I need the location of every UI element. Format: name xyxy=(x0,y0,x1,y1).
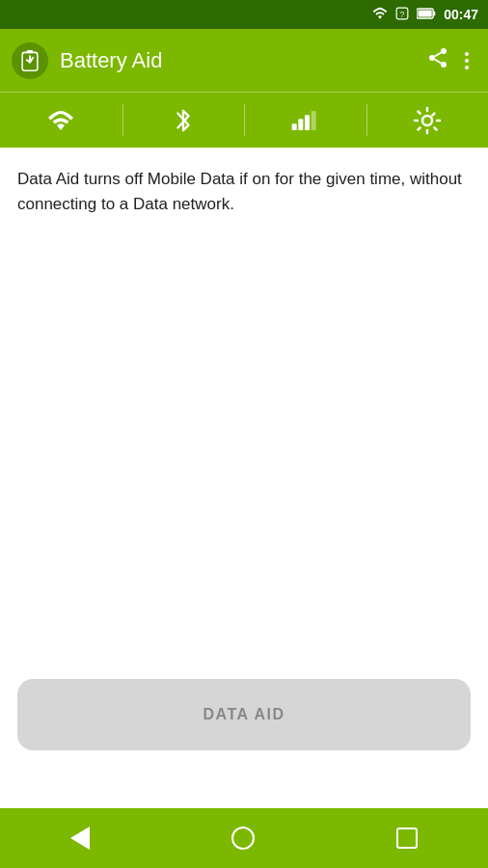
app-header: Battery Aid xyxy=(0,29,488,92)
tab-signal[interactable] xyxy=(244,93,366,148)
sim-status-icon: ? xyxy=(395,7,409,23)
share-button[interactable] xyxy=(419,39,457,83)
svg-point-17 xyxy=(422,116,432,125)
bottom-nav xyxy=(0,808,488,868)
svg-line-11 xyxy=(435,59,442,63)
main-content: Data Aid turns off Mobile Data if on for… xyxy=(0,148,488,808)
home-icon xyxy=(231,827,255,850)
battery-status-icon xyxy=(417,7,436,23)
svg-rect-14 xyxy=(299,119,304,130)
wifi-status-icon xyxy=(372,7,388,23)
status-time: 00:47 xyxy=(444,7,478,22)
menu-dot xyxy=(465,52,469,56)
tab-bluetooth[interactable] xyxy=(122,93,245,148)
overflow-menu-button[interactable] xyxy=(457,44,476,77)
svg-rect-15 xyxy=(305,115,310,130)
tab-wifi[interactable] xyxy=(0,93,122,148)
app-title: Battery Aid xyxy=(60,48,419,73)
data-aid-button[interactable]: DATA AID xyxy=(17,679,471,750)
recents-icon xyxy=(396,827,418,849)
svg-text:?: ? xyxy=(400,10,405,18)
description-text: Data Aid turns off Mobile Data if on for… xyxy=(17,167,471,216)
menu-dot xyxy=(465,66,469,69)
status-bar: ? 00:47 xyxy=(0,0,488,29)
back-icon xyxy=(70,827,90,850)
svg-point-8 xyxy=(441,48,447,54)
menu-dot xyxy=(465,59,469,63)
svg-point-10 xyxy=(441,62,447,68)
svg-rect-6 xyxy=(27,50,33,53)
recents-button[interactable] xyxy=(377,820,437,856)
back-button[interactable] xyxy=(51,819,109,857)
svg-rect-3 xyxy=(433,11,435,14)
data-aid-button-wrapper: DATA AID xyxy=(17,679,471,750)
svg-rect-4 xyxy=(419,10,432,16)
svg-point-9 xyxy=(429,55,435,61)
tab-settings[interactable] xyxy=(366,93,489,148)
home-button[interactable] xyxy=(212,819,274,857)
nav-tabs xyxy=(0,92,488,148)
svg-rect-13 xyxy=(292,123,297,130)
svg-rect-16 xyxy=(312,111,316,130)
app-logo xyxy=(12,42,48,79)
svg-line-12 xyxy=(435,52,442,56)
